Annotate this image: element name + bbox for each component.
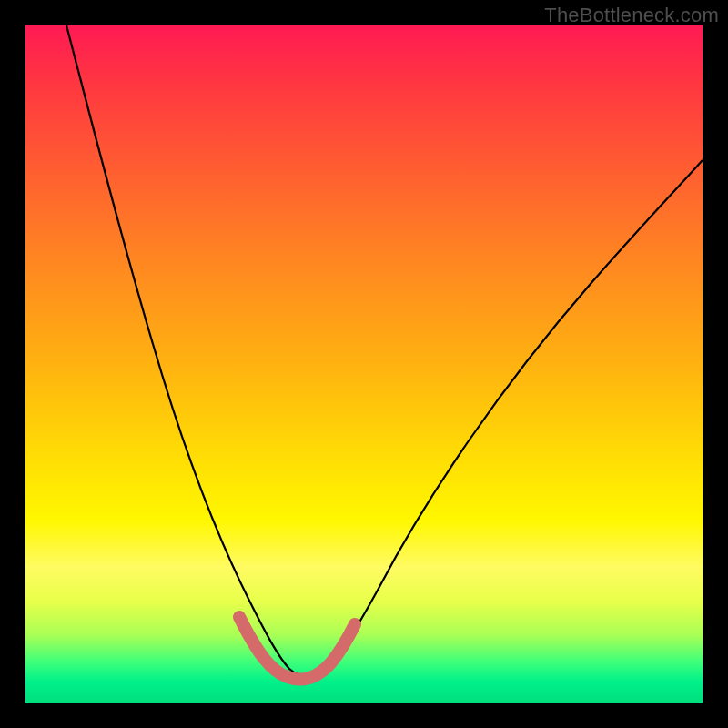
- watermark-text: TheBottleneck.com: [544, 4, 719, 27]
- trough-highlight: [239, 617, 355, 680]
- plot-area: [25, 25, 703, 703]
- chart-frame: TheBottleneck.com: [0, 0, 728, 728]
- curve-svg: [25, 25, 703, 703]
- bottleneck-curve: [66, 25, 703, 676]
